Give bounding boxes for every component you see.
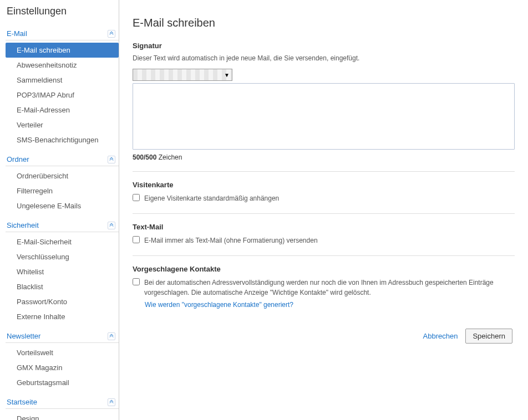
chevron-up-icon [108,332,115,340]
nav-item[interactable]: Sammeldienst [6,73,119,88]
nav-item[interactable]: Vorteilswelt [6,345,119,360]
nav-item[interactable]: SMS-Benachrichtigungen [6,132,119,147]
chevron-up-icon [108,398,115,406]
nav-item[interactable]: Passwort/Konto [6,294,119,309]
nav-items: VorteilsweltGMX MagazinGeburtstagsmail [6,343,119,392]
vcard-checkbox-label: Eigene Visitenkarte standardmäßig anhäng… [144,193,279,203]
vcard-checkbox[interactable] [133,194,140,201]
nav-item[interactable]: E-Mail-Adressen [6,103,119,117]
nav-section-label: Newsletter [7,332,40,340]
contacts-heading: Vorgeschlagene Kontakte [133,265,515,273]
nav-section-header[interactable]: Sicherheit [6,219,119,232]
section-vcard: Visitenkarte Eigene Visitenkarte standar… [133,181,515,203]
nav-section-label: Sicherheit [7,221,39,229]
nav-item[interactable]: POP3/IMAP Abruf [6,88,119,103]
nav-section: SicherheitE-Mail-SicherheitVerschlüsselu… [6,219,119,326]
contacts-checkbox-row[interactable]: Bei der automatischen Adressvervollständ… [133,278,515,298]
contacts-hint-link[interactable]: Wie werden "vorgeschlagene Kontakte" gen… [145,301,293,309]
nav-item[interactable]: Design [6,411,119,420]
chevron-up-icon [108,156,115,163]
nav-item[interactable]: E-Mail-Sicherheit [6,234,119,249]
nav-section: NewsletterVorteilsweltGMX MagazinGeburts… [6,330,119,392]
save-button[interactable]: Speichern [465,329,512,344]
nav-section-header[interactable]: Ordner [6,153,119,166]
section-textmail: Text-Mail E-Mail immer als Text-Mail (oh… [133,223,515,245]
nav-item[interactable]: Filterregeln [6,183,119,198]
signature-char-count: 500/500 Zeichen [133,153,515,161]
nav-section-label: Startseite [7,398,37,406]
nav-items: Design [6,409,119,420]
nav-item[interactable]: E-Mail schreiben [6,43,119,58]
nav-item[interactable]: Whitelist [6,264,119,279]
nav-items: E-Mail schreibenAbwesenheitsnotizSammeld… [6,40,119,150]
page-title: E-Mail schreiben [133,17,515,29]
textmail-heading: Text-Mail [133,223,515,231]
settings-sidebar: Einstellungen E-MailE-Mail schreibenAbwe… [0,0,119,420]
nav-item[interactable]: Geburtstagsmail [6,375,119,390]
nav-item[interactable]: Externe Inhalte [6,309,119,324]
signature-heading: Signatur [133,42,515,50]
contacts-checkbox-label: Bei der automatischen Adressvervollständ… [144,278,515,298]
divider [133,255,515,256]
signature-desc: Dieser Text wird automatisch in jede neu… [133,54,515,62]
signature-textarea[interactable] [133,83,515,150]
nav-item[interactable]: GMX Magazin [6,360,119,375]
signature-select[interactable]: ▼ [133,69,232,81]
cancel-button[interactable]: Abbrechen [423,332,458,340]
nav-item[interactable]: Ordnerübersicht [6,168,119,183]
sidebar-title: Einstellungen [6,6,119,17]
contacts-checkbox[interactable] [133,278,140,285]
nav-section-header[interactable]: E-Mail [6,27,119,40]
char-count-value: 500/500 [133,153,156,161]
nav-item[interactable]: Verteiler [6,117,119,132]
char-count-unit: Zeichen [156,153,182,161]
textmail-checkbox-label: E-Mail immer als Text-Mail (ohne Formati… [144,235,318,245]
divider [133,171,515,172]
action-bar: Abbrechen Speichern [133,329,515,344]
nav-section-label: Ordner [7,155,29,163]
nav-items: E-Mail-SicherheitVerschlüsselungWhitelis… [6,232,119,326]
vcard-heading: Visitenkarte [133,181,515,189]
nav-item[interactable]: Verschlüsselung [6,249,119,264]
caret-down-icon: ▼ [224,72,230,78]
section-signature: Signatur Dieser Text wird automatisch in… [133,42,515,161]
textmail-checkbox-row[interactable]: E-Mail immer als Text-Mail (ohne Formati… [133,235,515,245]
nav-item[interactable]: Blacklist [6,279,119,294]
chevron-up-icon [108,30,115,38]
vcard-checkbox-row[interactable]: Eigene Visitenkarte standardmäßig anhäng… [133,193,515,203]
nav-section: OrdnerOrdnerübersichtFilterregelnUngeles… [6,153,119,216]
nav-items: OrdnerübersichtFilterregelnUngelesene E-… [6,166,119,216]
nav-section-header[interactable]: Startseite [6,396,119,409]
nav-item[interactable]: Abwesenheitsnotiz [6,58,119,73]
textmail-checkbox[interactable] [133,236,140,243]
nav-section: StartseiteDesign [6,396,119,420]
section-contacts: Vorgeschlagene Kontakte Bei der automati… [133,265,515,309]
divider [133,213,515,214]
main-content: E-Mail schreiben Signatur Dieser Text wi… [119,0,528,420]
nav-section-label: E-Mail [7,29,27,38]
nav-section-header[interactable]: Newsletter [6,330,119,343]
chevron-up-icon [108,222,115,229]
nav-section: E-MailE-Mail schreibenAbwesenheitsnotizS… [6,27,119,150]
nav-item[interactable]: Ungelesene E-Mails [6,198,119,213]
